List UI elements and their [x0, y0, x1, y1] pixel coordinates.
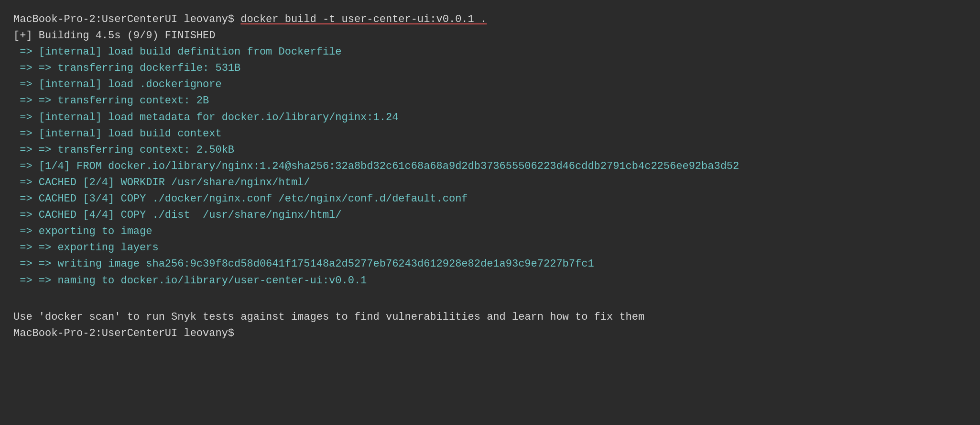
- step-line-15: => => writing image sha256:9c39f8cd58d06…: [13, 256, 967, 272]
- step-7-text: => [internal] load build context: [13, 126, 222, 142]
- step-6-text: => [internal] load metadata for docker.i…: [13, 110, 398, 126]
- step-line-11: => CACHED [3/4] COPY ./docker/nginx.conf…: [13, 191, 967, 207]
- step-16-text: => => naming to docker.io/library/user-c…: [13, 273, 367, 289]
- step-line-5: => => transferring context: 2B: [13, 93, 967, 109]
- step-line-3: => => transferring dockerfile: 531B: [13, 60, 967, 77]
- step-12-text: => CACHED [4/4] COPY ./dist /usr/share/n…: [13, 207, 342, 224]
- prompt-line-2: MacBook-Pro-2:UserCenterUI leovany$: [13, 325, 967, 342]
- step-9-text: => [1/4] FROM docker.io/library/nginx:1.…: [13, 158, 739, 175]
- warning-text: Use 'docker scan' to run Snyk tests agai…: [13, 309, 644, 325]
- step-line-6: => [internal] load metadata for docker.i…: [13, 110, 967, 126]
- prompt-host: MacBook-Pro-2:UserCenterUI leovany$: [13, 11, 234, 28]
- step-14-text: => => exporting layers: [13, 240, 159, 256]
- prompt-line-1: MacBook-Pro-2:UserCenterUI leovany$ dock…: [13, 11, 967, 28]
- building-text: [+] Building 4.5s (9/9) FINISHED: [13, 28, 215, 44]
- prompt-space: [234, 11, 240, 28]
- step-line-12: => CACHED [4/4] COPY ./dist /usr/share/n…: [13, 207, 967, 224]
- step-15-text: => => writing image sha256:9c39f8cd58d06…: [13, 256, 594, 272]
- step-line-13: => exporting to image: [13, 224, 967, 240]
- step-3-text: => => transferring dockerfile: 531B: [13, 60, 240, 77]
- step-line-14: => => exporting layers: [13, 240, 967, 256]
- step-line-10: => CACHED [2/4] WORKDIR /usr/share/nginx…: [13, 175, 967, 191]
- step-5-text: => => transferring context: 2B: [13, 93, 209, 109]
- step-line-2: => [internal] load build definition from…: [13, 44, 967, 60]
- step-10-text: => CACHED [2/4] WORKDIR /usr/share/nginx…: [13, 175, 310, 191]
- step-line-7: => [internal] load build context: [13, 126, 967, 142]
- cursor-space: [234, 325, 240, 342]
- command-text: docker build -t user-center-ui:v0.0.1 .: [240, 11, 487, 28]
- prompt-host-2: MacBook-Pro-2:UserCenterUI leovany$: [13, 325, 234, 342]
- step-13-text: => exporting to image: [13, 224, 152, 240]
- step-line-9: => [1/4] FROM docker.io/library/nginx:1.…: [13, 158, 967, 175]
- step-line-16: => => naming to docker.io/library/user-c…: [13, 273, 967, 289]
- warning-line: Use 'docker scan' to run Snyk tests agai…: [13, 309, 967, 325]
- terminal: MacBook-Pro-2:UserCenterUI leovany$ dock…: [13, 11, 967, 342]
- step-2-text: => [internal] load build definition from…: [13, 44, 342, 60]
- step-line-8: => => transferring context: 2.50kB: [13, 142, 967, 158]
- step-line-4: => [internal] load .dockerignore: [13, 77, 967, 93]
- step-11-text: => CACHED [3/4] COPY ./docker/nginx.conf…: [13, 191, 468, 207]
- building-line: [+] Building 4.5s (9/9) FINISHED: [13, 28, 967, 44]
- blank-line: [13, 289, 967, 305]
- step-8-text: => => transferring context: 2.50kB: [13, 142, 234, 158]
- step-4-text: => [internal] load .dockerignore: [13, 77, 222, 93]
